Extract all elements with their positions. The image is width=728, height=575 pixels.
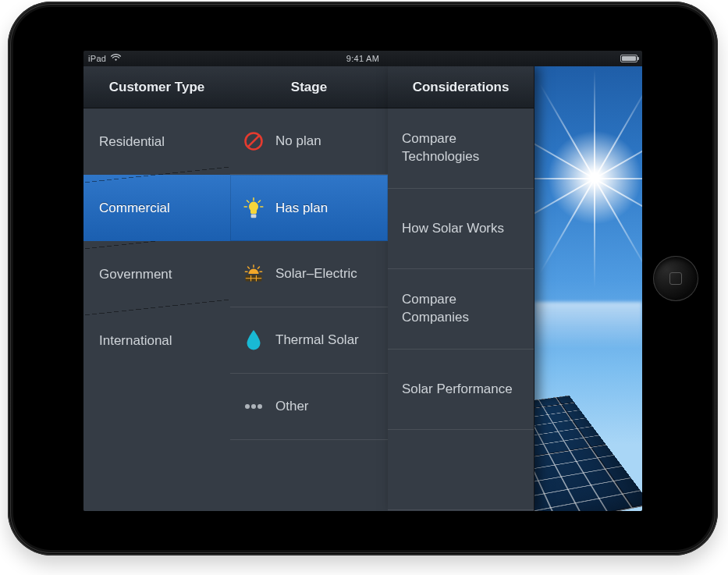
column-considerations: Considerations Compare Technologies How … — [388, 66, 534, 511]
column-photo — [534, 66, 642, 511]
stage-item-thermal-solar[interactable]: Thermal Solar — [230, 307, 388, 374]
customer-type-label: Residential — [99, 134, 165, 150]
column-stage: Stage No plan — [230, 66, 388, 511]
device-label: iPad — [88, 54, 106, 63]
consideration-label: How Solar Works — [402, 220, 504, 238]
customer-type-item-government[interactable]: Government — [83, 241, 230, 307]
column-header-customer-type: Customer Type — [83, 66, 230, 108]
screen: iPad 9:41 AM Cust — [83, 51, 642, 511]
status-left: iPad — [88, 54, 121, 63]
column-header-considerations: Considerations — [388, 66, 534, 108]
stage-list: No plan — [230, 108, 388, 511]
solar-electric-icon — [243, 263, 265, 285]
stage-item-solar-electric[interactable]: Solar–Electric — [230, 241, 388, 307]
clock: 9:41 AM — [346, 54, 379, 63]
consideration-item-compare-companies[interactable]: Compare Companies — [388, 269, 534, 350]
consideration-label: Solar Performance — [402, 381, 513, 399]
customer-type-item-commercial[interactable]: Commercial — [83, 175, 230, 241]
consideration-item-more[interactable] — [388, 430, 534, 510]
ipad-bezel: iPad 9:41 AM Cust — [10, 4, 716, 553]
consideration-item-solar-performance[interactable]: Solar Performance — [388, 350, 534, 430]
svg-line-9 — [248, 267, 250, 268]
consideration-item-compare-technologies[interactable]: Compare Technologies — [388, 108, 534, 189]
stage-label: No plan — [275, 133, 321, 149]
ellipsis-icon — [243, 396, 265, 417]
svg-rect-25 — [251, 214, 257, 218]
svg-line-21 — [247, 201, 249, 202]
stage-label: Thermal Solar — [275, 332, 359, 348]
svg-point-17 — [245, 404, 250, 409]
stage-item-no-plan[interactable]: No plan — [230, 108, 388, 175]
ipad-frame: iPad 9:41 AM Cust — [8, 2, 718, 555]
consideration-label: Compare Companies — [402, 291, 520, 327]
app-content: Customer Type Residential Commercial Gov… — [83, 66, 642, 511]
consideration-label: Compare Technologies — [402, 130, 520, 166]
wifi-icon — [111, 54, 121, 63]
solar-photo — [534, 66, 642, 511]
home-button-icon — [669, 272, 682, 285]
svg-point-19 — [257, 404, 262, 409]
solar-panels-graphic — [534, 396, 642, 511]
customer-type-label: Commercial — [99, 201, 170, 216]
svg-line-1 — [248, 136, 259, 147]
consideration-item-how-solar-works[interactable]: How Solar Works — [388, 189, 534, 269]
sun-icon — [595, 178, 596, 179]
customer-type-label: International — [99, 333, 172, 349]
considerations-list: Compare Technologies How Solar Works Com… — [388, 108, 534, 511]
horizon-glare — [534, 302, 642, 349]
lightbulb-icon — [243, 197, 265, 219]
status-bar: iPad 9:41 AM — [83, 51, 642, 66]
column-header-stage: Stage — [230, 66, 388, 108]
customer-type-item-international[interactable]: International — [83, 307, 230, 374]
stage-label: Other — [275, 399, 309, 414]
customer-type-item-residential[interactable]: Residential — [83, 108, 230, 175]
stage-item-other[interactable]: Other — [230, 374, 388, 440]
stage-label: Solar–Electric — [275, 266, 357, 282]
battery-icon — [620, 55, 637, 62]
customer-type-label: Government — [99, 267, 172, 282]
status-right — [620, 55, 637, 62]
stage-item-has-plan-selected[interactable]: Has plan — [230, 175, 388, 241]
svg-point-18 — [251, 404, 256, 409]
water-drop-icon — [243, 329, 265, 351]
svg-line-22 — [258, 201, 260, 202]
home-button[interactable] — [653, 256, 698, 301]
no-plan-icon — [243, 130, 265, 152]
stage-label: Has plan — [275, 201, 328, 216]
column-customer-type: Customer Type Residential Commercial Gov… — [83, 66, 230, 511]
svg-line-10 — [258, 267, 260, 268]
customer-type-list: Residential Commercial Government Intern… — [83, 108, 230, 511]
